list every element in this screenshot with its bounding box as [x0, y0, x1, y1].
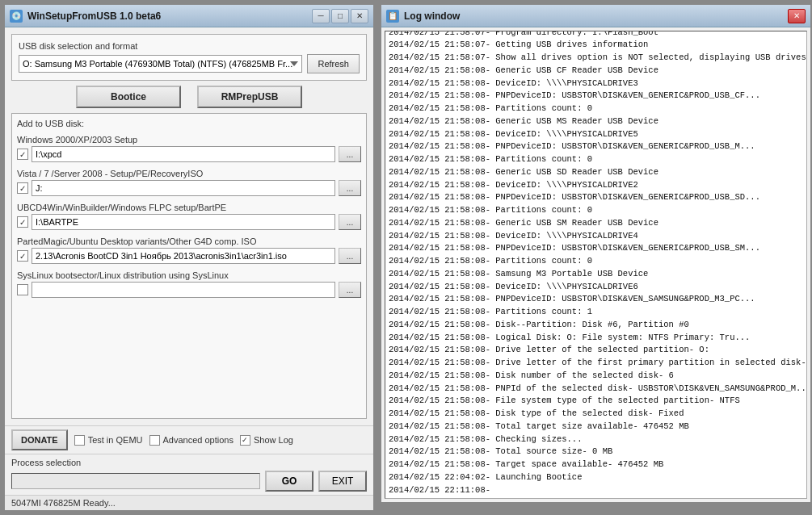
log-line: 2014/02/15 21:58:08- Disk number of the … — [389, 370, 803, 383]
log-text-area[interactable]: 2014/02/15 21:58:07- WinSetupFromUSB 1.0… — [385, 31, 807, 499]
add-section: Add to USB disk: Windows 2000/XP/2003 Se… — [11, 113, 367, 419]
disk-item-parted-input[interactable] — [32, 248, 335, 264]
disk-item-syslinux-browse[interactable]: ... — [339, 282, 361, 298]
log-line: 2014/02/15 21:58:08- PNPDeviceID: USBSTO… — [389, 242, 803, 255]
process-label: Process selection — [11, 458, 367, 467]
test-qemu-label[interactable]: Test in QEMU — [74, 435, 143, 446]
log-line: 2014/02/15 21:58:08- Total source size- … — [389, 446, 803, 458]
refresh-button[interactable]: Refresh — [307, 54, 360, 73]
main-title-bar: 💿 WinSetupFromUSB 1.0 beta6 ─ □ ✕ — [5, 5, 373, 27]
disk-item-vista: Vista / 7 /Server 2008 - Setup/PE/Recove… — [17, 169, 361, 196]
disk-item-ubcd-row: ... — [17, 214, 361, 230]
disk-item-syslinux-input[interactable] — [32, 282, 335, 298]
log-line: 2014/02/15 21:58:07- Show all drives opt… — [389, 52, 803, 65]
log-title-buttons: ✕ — [788, 9, 806, 23]
log-window: 📋 Log window ✕ 2014/02/15 21:58:07- WinS… — [380, 3, 812, 504]
log-line: 2014/02/15 22:11:08- — [389, 484, 803, 497]
log-content: 2014/02/15 21:58:07- WinSetupFromUSB 1.0… — [381, 27, 810, 502]
disk-item-ubcd-browse[interactable]: ... — [339, 214, 361, 230]
log-line: 2014/02/15 21:58:08- DeviceID: \\\\PHYSI… — [389, 281, 803, 294]
log-line: 2014/02/15 21:58:08- Samsung M3 Portable… — [389, 268, 803, 281]
usb-row: O: Samsung M3 Portable (476930MB Total) … — [19, 54, 360, 73]
disk-item-parted: PartedMagic/Ubuntu Desktop variants/Othe… — [17, 237, 361, 264]
exit-button[interactable]: EXIT — [318, 471, 367, 492]
disk-item-vista-row: ... — [17, 180, 361, 196]
log-line: 2014/02/15 21:58:08- Drive letter of the… — [389, 344, 803, 357]
restore-button[interactable]: □ — [331, 9, 349, 23]
disk-item-xp-label: Windows 2000/XP/2003 Setup — [17, 135, 361, 144]
log-line: 2014/02/15 21:58:07- Program directory: … — [389, 31, 803, 39]
log-line: 2014/02/15 21:58:07- Getting USB drives … — [389, 39, 803, 52]
app-icon: 💿 — [10, 10, 23, 23]
disk-item-xp-checkbox[interactable] — [17, 149, 28, 160]
disk-item-xp-input[interactable] — [32, 146, 335, 162]
disk-item-vista-input[interactable] — [32, 180, 335, 196]
log-close-button[interactable]: ✕ — [788, 9, 806, 23]
log-line: 2014/02/15 21:58:08- Partitions count: 0 — [389, 204, 803, 217]
log-line: 2014/02/15 21:58:08- PNPDeviceID: USBSTO… — [389, 90, 803, 103]
process-row: GO EXIT — [11, 471, 367, 492]
log-line: 2014/02/15 21:58:08- Disk--Partition: Di… — [389, 319, 803, 332]
disk-item-ubcd-checkbox[interactable] — [17, 216, 28, 228]
donate-button[interactable]: DONATE — [11, 429, 68, 450]
bottom-bar: DONATE Test in QEMU Advanced options Sho… — [5, 425, 373, 454]
title-bar-buttons: ─ □ ✕ — [312, 9, 368, 23]
log-line: 2014/02/15 21:58:08- Disk type of the se… — [389, 408, 803, 421]
log-line: 2014/02/15 21:58:08- Partitions count: 0 — [389, 103, 803, 115]
disk-item-xp: Windows 2000/XP/2003 Setup ... — [17, 135, 361, 162]
action-buttons: Bootice RMPrepUSB — [11, 86, 367, 108]
usb-section-label: USB disk selection and format — [19, 41, 360, 51]
log-line: 2014/02/15 21:58:08- PNPDeviceID: USBSTO… — [389, 293, 803, 306]
log-line: 2014/02/15 21:58:08- PNPId of the select… — [389, 383, 803, 396]
advanced-options-checkbox[interactable] — [149, 435, 160, 446]
test-qemu-checkbox[interactable] — [74, 435, 85, 446]
log-line: 2014/02/15 21:58:08- PNPDeviceID: USBSTO… — [389, 140, 803, 153]
main-title: WinSetupFromUSB 1.0 beta6 — [27, 10, 307, 22]
main-content: USB disk selection and format O: Samsung… — [5, 27, 373, 425]
rmprep-button[interactable]: RMPrepUSB — [197, 86, 302, 108]
log-line: 2014/02/15 21:58:08- DeviceID: \\\\PHYSI… — [389, 128, 803, 141]
disk-item-xp-row: ... — [17, 146, 361, 162]
show-log-checkbox[interactable] — [240, 435, 250, 446]
disk-item-vista-checkbox[interactable] — [17, 182, 28, 194]
log-line: 2014/02/15 21:58:08- DeviceID: \\\\PHYSI… — [389, 230, 803, 243]
usb-dropdown[interactable]: O: Samsung M3 Portable (476930MB Total) … — [19, 55, 302, 73]
go-button[interactable]: GO — [265, 471, 313, 492]
disk-item-parted-checkbox[interactable] — [17, 250, 28, 262]
disk-item-ubcd: UBCD4Win/WinBuilder/Windows FLPC setup/B… — [17, 203, 361, 230]
process-section: Process selection GO EXIT — [5, 454, 373, 495]
log-line: 2014/02/15 21:58:08- DeviceID: \\\\PHYSI… — [389, 77, 803, 90]
disk-item-ubcd-input[interactable] — [32, 214, 335, 230]
disk-item-vista-browse[interactable]: ... — [339, 180, 361, 196]
log-line: 2014/02/15 21:58:08- File system type of… — [389, 395, 803, 408]
log-line: 2014/02/15 21:58:08- Partitions count: 0 — [389, 255, 803, 268]
advanced-options-label[interactable]: Advanced options — [149, 435, 234, 446]
log-line: 2014/02/15 21:58:08- Drive letter of the… — [389, 357, 803, 370]
log-line: 2014/02/15 21:58:08- Partitions count: 0 — [389, 153, 803, 166]
add-section-label: Add to USB disk: — [17, 119, 361, 128]
log-line: 2014/02/15 22:04:02- Launching Bootice — [389, 471, 803, 484]
log-icon: 📋 — [386, 10, 399, 23]
close-button[interactable]: ✕ — [351, 9, 368, 23]
log-line: 2014/02/15 21:58:08- PNPDeviceID: USBSTO… — [389, 191, 803, 204]
log-line: 2014/02/15 21:58:08- Target space availa… — [389, 458, 803, 471]
disk-item-ubcd-label: UBCD4Win/WinBuilder/Windows FLPC setup/B… — [17, 203, 361, 212]
log-title: Log window — [404, 10, 783, 22]
status-bar: 5047MI 476825M Ready... — [5, 495, 373, 510]
disk-item-parted-row: ... — [17, 248, 361, 264]
show-log-label[interactable]: Show Log — [240, 435, 293, 446]
disk-item-vista-label: Vista / 7 /Server 2008 - Setup/PE/Recove… — [17, 169, 361, 178]
disk-item-syslinux-checkbox[interactable] — [17, 284, 28, 295]
disk-item-parted-label: PartedMagic/Ubuntu Desktop variants/Othe… — [17, 237, 361, 246]
disk-item-parted-browse[interactable]: ... — [339, 248, 361, 264]
log-line: 2014/02/15 21:58:08- Partitions count: 1 — [389, 306, 803, 319]
log-line: 2014/02/15 21:58:08- Generic USB SM Read… — [389, 217, 803, 230]
log-line: 2014/02/15 21:58:08- Checking sizes... — [389, 433, 803, 446]
disk-item-xp-browse[interactable]: ... — [339, 146, 361, 162]
log-line: 2014/02/15 21:58:08- Generic USB MS Read… — [389, 115, 803, 128]
minimize-button[interactable]: ─ — [312, 9, 330, 23]
advanced-options-text: Advanced options — [163, 435, 234, 445]
disk-item-syslinux-label: SysLinux bootsector/Linux distribution u… — [17, 270, 361, 280]
log-line: 2014/02/15 21:58:08- Logical Disk: O: Fi… — [389, 332, 803, 345]
bootice-button[interactable]: Bootice — [76, 86, 181, 108]
